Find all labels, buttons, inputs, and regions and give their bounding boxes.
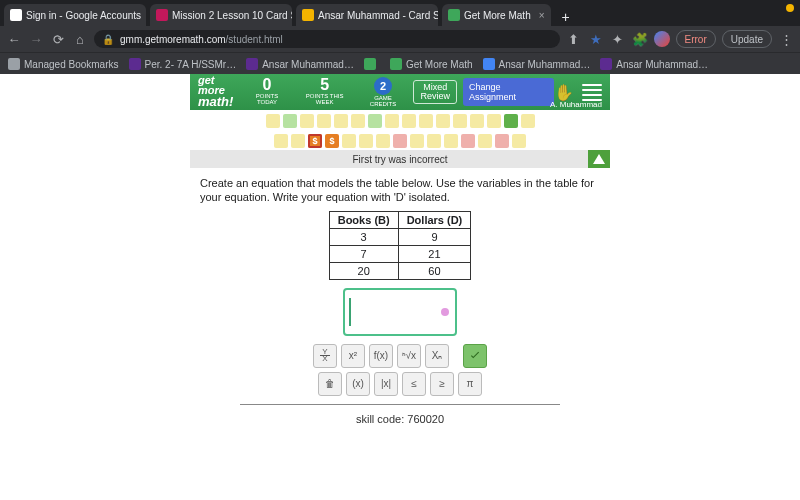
- progress-tile[interactable]: [385, 114, 399, 128]
- answer-input[interactable]: [343, 288, 457, 336]
- fraction-button[interactable]: YX: [313, 344, 337, 368]
- progress-tile[interactable]: [478, 134, 492, 148]
- puzzle-icon[interactable]: 🧩: [632, 32, 648, 47]
- progress-tile[interactable]: [368, 114, 382, 128]
- progress-tile[interactable]: [504, 114, 518, 128]
- points-this-week: 5 POINTS THIS WEEK: [297, 77, 353, 107]
- progress-tile[interactable]: [487, 114, 501, 128]
- progress-tile[interactable]: [283, 114, 297, 128]
- progress-tile[interactable]: [419, 114, 433, 128]
- progress-tiles-row2: $$: [190, 130, 610, 150]
- credits-badge: 2: [374, 77, 392, 95]
- bookmark-ansar1[interactable]: Ansar Muhammad…: [246, 58, 354, 70]
- progress-tile[interactable]: [410, 134, 424, 148]
- delete-button[interactable]: 🗑: [318, 372, 342, 396]
- function-button[interactable]: f(x): [369, 344, 393, 368]
- progress-tile[interactable]: [317, 114, 331, 128]
- svg-marker-0: [593, 154, 605, 164]
- page-viewport: get more math! 0 POINTS TODAY 5 POINTS T…: [0, 74, 800, 500]
- progress-tile[interactable]: [342, 134, 356, 148]
- progress-tiles-row1: [190, 110, 610, 130]
- change-assignment-button[interactable]: Change Assignment: [463, 78, 554, 106]
- window-controls: [786, 4, 794, 12]
- raise-hand-icon[interactable]: ✋: [554, 83, 574, 102]
- lock-icon: 🔒: [102, 34, 114, 45]
- home-button[interactable]: ⌂: [72, 32, 88, 47]
- progress-tile[interactable]: [376, 134, 390, 148]
- col-header-dollars: Dollars (D): [398, 211, 471, 228]
- tab-mission2[interactable]: Mission 2 Lesson 10 Card Sort ×: [150, 4, 292, 26]
- reload-button[interactable]: ⟳: [50, 32, 66, 47]
- profile-avatar[interactable]: [654, 31, 670, 47]
- progress-tile[interactable]: [436, 114, 450, 128]
- error-pill[interactable]: Error: [676, 30, 716, 48]
- tab-title: Sign in - Google Accounts: [26, 10, 141, 21]
- new-tab-button[interactable]: +: [557, 8, 575, 26]
- progress-tile[interactable]: [495, 134, 509, 148]
- progress-tile[interactable]: [351, 114, 365, 128]
- progress-tile[interactable]: [291, 134, 305, 148]
- progress-tile[interactable]: [393, 134, 407, 148]
- progress-tile[interactable]: [521, 114, 535, 128]
- bookmark-managed[interactable]: Managed Bookmarks: [8, 58, 119, 70]
- progress-tile[interactable]: [359, 134, 373, 148]
- kebab-menu-icon[interactable]: ⋮: [778, 32, 794, 47]
- stats: 0 POINTS TODAY 5 POINTS THIS WEEK 2 GAME…: [245, 77, 405, 107]
- favicon: [600, 58, 612, 70]
- dollar-tile[interactable]: $: [325, 134, 339, 148]
- mixed-review-button[interactable]: Mixed Review: [413, 80, 457, 104]
- skill-code: skill code: 760020: [200, 413, 600, 425]
- bookmark-gmm[interactable]: Get More Math: [390, 58, 473, 70]
- bookmark-gmm-icon[interactable]: [364, 58, 380, 70]
- back-button[interactable]: ←: [6, 32, 22, 47]
- table-row: 2060: [329, 262, 471, 279]
- progress-tile[interactable]: [300, 114, 314, 128]
- exponent-button[interactable]: x²: [341, 344, 365, 368]
- progress-tile[interactable]: [470, 114, 484, 128]
- feedback-text: First try was incorrect: [352, 154, 447, 165]
- bookmark-ansar3[interactable]: Ansar Muhammad…: [600, 58, 708, 70]
- less-equal-button[interactable]: ≤: [402, 372, 426, 396]
- progress-tile[interactable]: [274, 134, 288, 148]
- progress-tile[interactable]: [512, 134, 526, 148]
- absolute-value-button[interactable]: |x|: [374, 372, 398, 396]
- nth-root-button[interactable]: ⁿ√x: [397, 344, 421, 368]
- dollar-tile[interactable]: $: [308, 134, 322, 148]
- tab-getmoremath[interactable]: Get More Math ×: [442, 4, 551, 26]
- progress-tile[interactable]: [266, 114, 280, 128]
- submit-button[interactable]: [463, 344, 487, 368]
- bookmark-star-icon[interactable]: ★: [588, 32, 604, 47]
- progress-tile[interactable]: [461, 134, 475, 148]
- forward-button[interactable]: →: [28, 32, 44, 47]
- bookmark-ansar2[interactable]: Ansar Muhammad…: [483, 58, 591, 70]
- progress-tile[interactable]: [402, 114, 416, 128]
- update-pill[interactable]: Update: [722, 30, 772, 48]
- toolbar-right: ⬆ ★ ✦ 🧩 Error Update ⋮: [566, 30, 794, 48]
- progress-tile[interactable]: [334, 114, 348, 128]
- pi-button[interactable]: π: [458, 372, 482, 396]
- tab-card-sort[interactable]: Ansar Muhammad - Card Sort ×: [296, 4, 438, 26]
- expand-icon[interactable]: [588, 150, 610, 168]
- greater-equal-button[interactable]: ≥: [430, 372, 454, 396]
- favicon: [156, 9, 168, 21]
- progress-tile[interactable]: [427, 134, 441, 148]
- drag-handle-icon[interactable]: [441, 308, 449, 316]
- gmm-logo: get more math!: [198, 76, 233, 107]
- progress-tile[interactable]: [453, 114, 467, 128]
- parentheses-button[interactable]: (x): [346, 372, 370, 396]
- bookmark-per2[interactable]: Per. 2- 7A H/SSMr…: [129, 58, 237, 70]
- browser-toolbar: ← → ⟳ ⌂ 🔒 gmm.getmoremath.com/student.ht…: [0, 26, 800, 52]
- subscript-button[interactable]: Xₙ: [425, 344, 449, 368]
- math-toolbar-row1: YX x² f(x) ⁿ√x Xₙ: [200, 344, 600, 368]
- progress-tile[interactable]: [444, 134, 458, 148]
- favicon: [390, 58, 402, 70]
- extensions-icon[interactable]: ✦: [610, 32, 626, 47]
- tab-strip: Sign in - Google Accounts × Mission 2 Le…: [0, 0, 800, 26]
- close-icon[interactable]: ×: [539, 10, 545, 21]
- tab-google-signin[interactable]: Sign in - Google Accounts ×: [4, 4, 146, 26]
- username-label: A. Muhammad: [550, 100, 602, 109]
- table-row: 721: [329, 245, 471, 262]
- favicon: [246, 58, 258, 70]
- share-icon[interactable]: ⬆: [566, 32, 582, 47]
- address-bar[interactable]: 🔒 gmm.getmoremath.com/student.html: [94, 30, 560, 48]
